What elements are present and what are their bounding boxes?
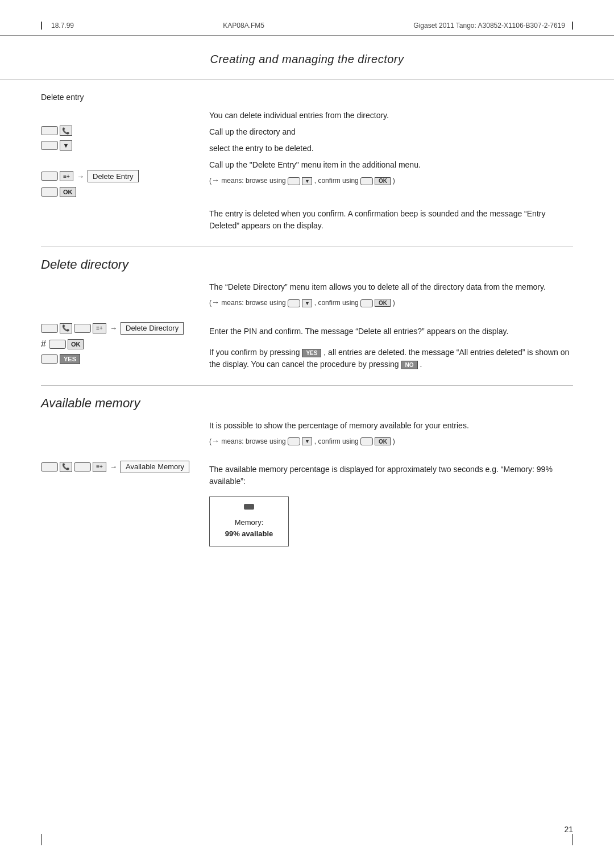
phone-icon-2: 📞: [60, 323, 72, 333]
header-right: Gigaset 2011 Tango: A30852-X1106-B307-2-…: [413, 22, 573, 30]
avail-mem-row: 📞 ≡+ → Available Memory: [41, 461, 189, 473]
delete-dir-browse-note: (→ means: browse using ▼ , confirm using…: [209, 298, 573, 307]
bottom-line-left: [41, 834, 42, 845]
header-left: 18.7.99: [41, 22, 74, 30]
blank-btn-9: [41, 462, 58, 471]
dd-confirm-blank: [360, 299, 373, 307]
arrow-icon-2: →: [110, 324, 117, 332]
header-right-vbar: [572, 22, 573, 30]
blank-btn-6: [74, 324, 91, 333]
avail-mem-menu-box: Available Memory: [121, 461, 189, 473]
blank-btn-10: [74, 462, 91, 471]
blank-btn-8: [41, 354, 58, 364]
delete-directory-heading: Delete directory: [41, 257, 573, 272]
am-browse-down: ▼: [302, 437, 312, 445]
avail-mem-para1: It is possible to show the percentage of…: [209, 420, 573, 432]
confirm-ok-btn: OK: [375, 177, 391, 185]
yes-button[interactable]: YES: [60, 354, 80, 364]
grid-icon: #: [41, 339, 46, 349]
delete-entry-text: You can delete individual entries from t…: [200, 110, 573, 236]
available-memory-heading: Available memory: [41, 396, 573, 411]
down-arrow-icon: ▼: [60, 140, 72, 151]
inline-no-btn[interactable]: NO: [401, 361, 418, 369]
delete-entry-section: Delete entry: [41, 91, 573, 105]
am-confirm-ok: OK: [375, 437, 391, 445]
delete-dir-menu-row: 📞 ≡+ → Delete Directory: [41, 322, 184, 335]
delete-dir-menu-box: Delete Directory: [121, 322, 184, 335]
available-memory-heading-block: Available memory: [41, 396, 573, 411]
page-container: 18.7.99 KAP08A.FM5 Gigaset 2011 Tango: A…: [0, 0, 614, 868]
delete-entry-browse-note: (→ means: browse using ▼ , confirm using…: [209, 176, 573, 185]
memory-icon: [244, 504, 254, 510]
am-confirm-blank: [360, 437, 373, 445]
arrow-icon-1: →: [77, 172, 84, 181]
available-memory-text: It is possible to show the percentage of…: [200, 420, 573, 547]
delete-directory-heading-block: Delete directory: [41, 257, 573, 272]
delete-directory-text: The “Delete Directory” menu item allows …: [200, 281, 573, 375]
down-arrow-row: ▼: [41, 140, 72, 151]
delete-dir-para1: The “Delete Directory” menu item allows …: [209, 281, 573, 293]
phone-icon-3: 📞: [60, 462, 72, 472]
inline-yes-btn[interactable]: YES: [302, 349, 321, 357]
delete-entry-label: Delete entry: [41, 93, 84, 102]
memory-label: Memory:: [221, 517, 277, 528]
dd-browse-down-icon: ▼: [302, 299, 312, 307]
delete-entry-left: Delete entry: [41, 91, 200, 105]
ok-row-1: OK: [41, 187, 76, 197]
divider-1: [41, 247, 573, 247]
header-left-vbar: [41, 22, 42, 30]
delete-entry-menu-box: Delete Entry: [88, 170, 139, 182]
ok-button-1[interactable]: OK: [60, 187, 76, 197]
browse-blank-btn: [288, 177, 300, 185]
delete-entry-icons: 📞 ▼ ≡+ → Delete Entry: [41, 110, 200, 236]
delete-entry-step3: Call up the "Delete Entry" menu item in …: [209, 159, 573, 171]
phone-icon-row: 📞: [41, 126, 72, 136]
phone-icon-1: 📞: [60, 126, 72, 136]
memory-value: 99% available: [221, 528, 277, 540]
delete-entry-content: 📞 ▼ ≡+ → Delete Entry: [41, 110, 573, 236]
content-area: Delete entry 📞 ▼: [0, 80, 614, 585]
delete-entry-para1: You can delete individual entries from t…: [209, 110, 573, 122]
delete-entry-right: [200, 91, 573, 105]
arrow-icon-3: →: [110, 462, 117, 471]
delete-entry-menu-row: ≡+ → Delete Entry: [41, 170, 139, 182]
delete-entry-step1: Call up the directory and: [209, 126, 573, 138]
blank-btn-3: [41, 172, 58, 181]
delete-directory-left: 📞 ≡+ → Delete Directory # OK YES: [41, 281, 200, 375]
ok-button-2[interactable]: OK: [68, 339, 84, 349]
bottom-line-right: [572, 834, 573, 845]
header-filename: KAP08A.FM5: [223, 22, 264, 30]
delete-entry-confirm-text: The entry is deleted when you confirm. A…: [209, 208, 573, 232]
browse-note-text-2: , confirm using: [314, 177, 360, 185]
available-memory-content: 📞 ≡+ → Available Memory It is possible t…: [41, 420, 573, 547]
page-title-section: Creating and managing the directory: [0, 36, 614, 80]
browse-note-text-1: (→ means: browse using: [209, 177, 288, 185]
header-product: Gigaset 2011 Tango: A30852-X1106-B307-2-…: [413, 22, 565, 30]
am-browse-blank: [288, 437, 300, 445]
delete-entry-step2: select the entry to be deleted.: [209, 143, 573, 155]
delete-dir-step-pin: Enter the PIN and confirm. The message “…: [209, 326, 573, 337]
menu-icon-1: ≡+: [60, 171, 73, 181]
confirm-blank-btn: [360, 177, 373, 185]
dd-confirm-ok: OK: [375, 299, 391, 307]
avail-mem-para2: The available memory percentage is displ…: [209, 464, 573, 487]
blank-btn-7: [49, 340, 66, 349]
blank-btn-1: [41, 126, 58, 135]
memory-display-box: Memory: 99% available: [209, 496, 289, 546]
delete-directory-content: 📞 ≡+ → Delete Directory # OK YES: [41, 281, 573, 375]
browse-note-close: ): [393, 177, 395, 185]
available-memory-left: 📞 ≡+ → Available Memory: [41, 420, 200, 547]
header-date: 18.7.99: [51, 22, 74, 30]
menu-icon-3: ≡+: [93, 462, 106, 472]
divider-2: [41, 385, 573, 386]
dd-browse-blank-btn: [288, 299, 300, 307]
page-header: 18.7.99 KAP08A.FM5 Gigaset 2011 Tango: A…: [0, 0, 614, 36]
grid-ok-row: # OK: [41, 339, 84, 349]
page-number: 21: [564, 825, 573, 834]
browse-down-icon: ▼: [302, 177, 312, 185]
delete-dir-step-yes: If you confirm by pressing YES , all ent…: [209, 347, 573, 370]
blank-btn-2: [41, 141, 58, 150]
blank-btn-4: [41, 187, 58, 197]
menu-icon-2: ≡+: [93, 323, 106, 333]
page-title: Creating and managing the directory: [41, 53, 573, 66]
